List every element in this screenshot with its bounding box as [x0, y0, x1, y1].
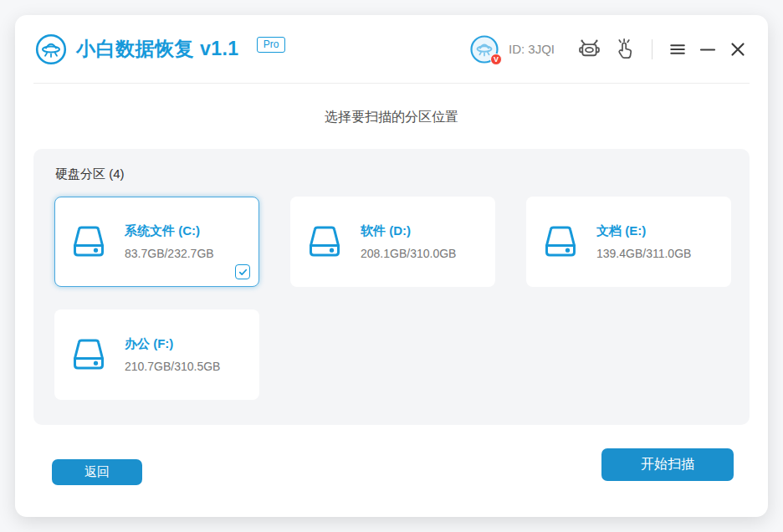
- title-bar: 小白数据恢复 v1.1 Pro V ID: 3JQI: [33, 15, 750, 84]
- header-divider: [652, 39, 652, 59]
- partition-panel: 硬盘分区 (4) 系统文件 (C:) 83.7GB/232.7GB: [33, 149, 750, 425]
- menu-button[interactable]: [666, 38, 689, 61]
- drive-grid: 系统文件 (C:) 83.7GB/232.7GB 软件 (D:) 208.1GB…: [54, 197, 729, 400]
- drive-info: 文档 (E:) 139.4GB/311.0GB: [596, 223, 691, 260]
- minimize-button[interactable]: [696, 38, 719, 61]
- back-button[interactable]: 返回: [52, 459, 142, 485]
- pro-badge: Pro: [257, 37, 286, 53]
- drive-info: 办公 (F:) 210.7GB/310.5GB: [125, 336, 220, 373]
- close-button[interactable]: [726, 38, 750, 61]
- user-id: ID: 3JQI: [509, 42, 555, 56]
- drive-size: 208.1GB/310.0GB: [361, 247, 456, 260]
- drive-info: 系统文件 (C:) 83.7GB/232.7GB: [125, 223, 214, 260]
- robot-assistant-icon[interactable]: [576, 37, 601, 62]
- hard-drive-icon: [541, 223, 580, 261]
- drive-size: 83.7GB/232.7GB: [125, 247, 214, 260]
- hard-drive-icon: [305, 223, 344, 261]
- page-title: 选择要扫描的分区位置: [15, 109, 768, 126]
- drive-size: 139.4GB/311.0GB: [596, 247, 691, 260]
- drive-name: 办公 (F:): [125, 336, 220, 352]
- drive-card[interactable]: 办公 (F:) 210.7GB/310.5GB: [54, 309, 259, 400]
- vip-badge: V: [490, 54, 502, 65]
- drive-info: 软件 (D:) 208.1GB/310.0GB: [361, 223, 456, 260]
- start-scan-button[interactable]: 开始扫描: [601, 448, 734, 481]
- partition-panel-title: 硬盘分区 (4): [54, 166, 729, 182]
- user-avatar[interactable]: V: [470, 35, 499, 64]
- drive-size: 210.7GB/310.5GB: [125, 360, 220, 373]
- hard-drive-icon: [69, 223, 108, 261]
- drive-checkbox[interactable]: [235, 264, 250, 279]
- app-logo-ufo-icon: [35, 33, 67, 65]
- drive-card[interactable]: 系统文件 (C:) 83.7GB/232.7GB: [54, 197, 259, 287]
- drive-name: 系统文件 (C:): [125, 223, 214, 239]
- app-logo-group: 小白数据恢复 v1.1 Pro: [33, 33, 285, 65]
- drive-name: 文档 (E:): [596, 223, 691, 239]
- drive-card[interactable]: 文档 (E:) 139.4GB/311.0GB: [526, 197, 731, 287]
- app-window: 小白数据恢复 v1.1 Pro V ID: 3JQI: [15, 15, 768, 517]
- drive-card[interactable]: 软件 (D:) 208.1GB/310.0GB: [290, 197, 495, 287]
- hard-drive-icon: [69, 335, 108, 374]
- header-actions: V ID: 3JQI: [470, 35, 750, 64]
- drive-name: 软件 (D:): [361, 223, 456, 239]
- hand-click-icon[interactable]: [612, 37, 637, 62]
- app-title: 小白数据恢复 v1.1: [76, 36, 239, 62]
- footer-bar: 返回 开始扫描: [15, 425, 768, 485]
